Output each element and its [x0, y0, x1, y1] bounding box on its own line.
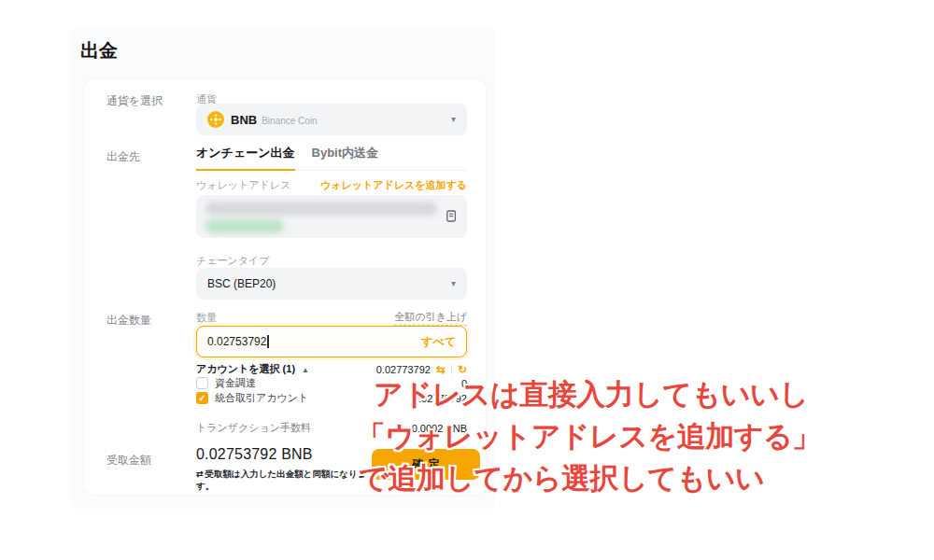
withdraw-all-button[interactable]: すべて [421, 334, 456, 350]
blurred-address-text [205, 202, 437, 216]
address-book-icon[interactable] [446, 210, 457, 222]
coin-symbol: BNB [231, 113, 257, 127]
receive-amount-value: 0.02753792 BNB [196, 446, 369, 463]
page-title: 出金 [80, 38, 118, 63]
chain-type-label: チェーンタイプ [196, 251, 467, 268]
section-label-currency: 通貨を選択 [106, 93, 163, 109]
bnb-coin-icon [207, 111, 224, 128]
fee-label: トランザクション手数料 [196, 421, 311, 435]
section-label-amount: 出金数量 [106, 313, 151, 329]
wallet-address-field[interactable] [196, 195, 467, 238]
checkbox-checked[interactable]: ✓ [196, 392, 208, 404]
raise-limit-link[interactable]: 全額の引き上げ [394, 310, 467, 326]
chain-type-select[interactable]: BSC (BEP20) ▾ [196, 268, 467, 300]
refresh-icon[interactable]: ↻ [458, 364, 467, 375]
checkbox-unchecked[interactable] [196, 377, 208, 389]
section-label-destination: 出金先 [106, 149, 140, 165]
collapse-up-icon: ▲ [302, 366, 309, 374]
chevron-down-icon: ▾ [451, 279, 456, 288]
wallet-address-row: ウォレットアドレス ウォレットアドレスを追加する [196, 178, 467, 192]
amount-header-row: 数量 全額の引き上げ [196, 310, 467, 326]
text-cursor [267, 335, 269, 348]
coin-name: Binance Coin [262, 116, 317, 126]
tab-onchain-withdraw[interactable]: オンチェーン出金 [196, 145, 295, 171]
quantity-label: 数量 [196, 311, 217, 325]
add-wallet-address-link[interactable]: ウォレットアドレスを追加する [320, 178, 467, 192]
swap-note-icon: ⇄ [196, 469, 204, 479]
destination-tabs: オンチェーン出金 Bybit内送金 [196, 145, 467, 171]
divider [451, 365, 452, 374]
currency-select[interactable]: BNB Binance Coin ▾ [196, 104, 467, 135]
section-label-receive: 受取金額 [106, 453, 151, 469]
account-select-toggle[interactable]: アカウントを選択 (1) ▲ [196, 362, 309, 376]
annotation-line-2: 「ウォレットアドレスを追加する」 [357, 417, 821, 456]
withdraw-page: 出金 通貨を選択 出金先 出金数量 受取金額 通貨 [0, 0, 934, 560]
check-icon: ✓ [198, 394, 205, 403]
annotation-line-1: アドレスは直接入力してもいいし [374, 375, 809, 414]
wallet-address-label: ウォレットアドレス [196, 178, 290, 192]
chevron-down-icon: ▾ [451, 115, 456, 124]
account-balance: 0.02773792 [376, 364, 431, 375]
amount-input[interactable]: 0.02753792 すべて [196, 326, 467, 357]
blurred-address-tag [205, 219, 284, 233]
tab-bybit-internal[interactable]: Bybit内送金 [312, 145, 379, 170]
account-select-row: アカウントを選択 (1) ▲ 0.02773792 ⇆ ↻ [196, 362, 467, 376]
transfer-icon[interactable]: ⇆ [436, 364, 446, 375]
annotation-line-3: で追加してから選択してもいい [359, 459, 764, 498]
receive-note: ⇄受取額は入力した出金額と同額になります。 [196, 469, 383, 493]
chain-type-value: BSC (BEP20) [207, 277, 276, 290]
amount-value: 0.02753792 [207, 335, 266, 348]
